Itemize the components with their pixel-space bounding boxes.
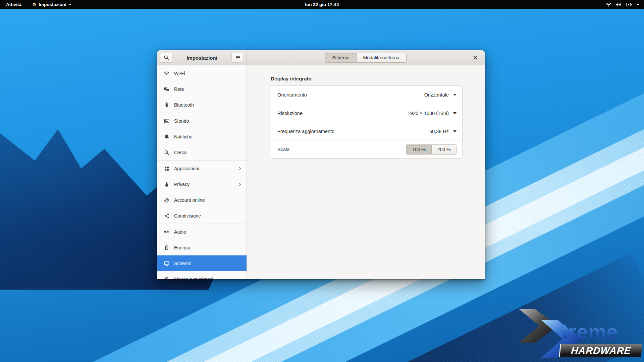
bluetooth-icon [164,102,169,108]
sidebar-item-wifi[interactable]: Wi-Fi [157,65,247,81]
hamburger-icon [235,56,240,60]
row-frequenza[interactable]: Frequenza aggiornamento 60,38 Hz [271,122,462,140]
refresh-rate-value: 60,38 Hz [429,129,449,134]
sidebar-item-account-online[interactable]: @ Account online [157,192,247,208]
sidebar-item-rete[interactable]: Rete [157,81,247,97]
desktop: treme HARDWARE Attività ⚙ Impostazioni l… [0,0,644,362]
display-settings-list: Orientamento Orizzontale Risoluzione 192… [271,85,463,159]
battery-status-icon [626,2,632,7]
section-title: Display integrato [271,76,485,81]
xtreme-hardware-watermark: treme HARDWARE [516,303,644,362]
speaker-icon [164,229,169,235]
gnome-top-bar: Attività ⚙ Impostazioni lun 22 giu 17:44 [0,0,644,9]
at-icon: @ [164,197,169,203]
chevron-right-icon [238,167,242,171]
sidebar-item-notifiche[interactable]: Notifiche [157,129,247,144]
clock[interactable]: lun 22 giu 17:44 [0,2,644,7]
scale-100-button[interactable]: 100 % [406,144,431,155]
settings-sidebar: Wi-Fi Rete Bluetooth Sfondo [157,65,247,279]
monitor-icon [164,260,169,266]
mouse-icon [164,276,169,279]
battery-icon [164,245,169,250]
tab-schermi[interactable]: Schermi [325,53,356,63]
sidebar-item-cerca[interactable]: Cerca [157,144,247,160]
bell-icon [164,134,169,139]
logo-hardware-banner: HARDWARE [559,344,642,357]
sidebar-item-condivisione[interactable]: Condivisione [157,208,247,224]
scale-200-button[interactable]: 200 % [431,144,457,155]
menu-button[interactable] [231,53,244,63]
share-icon [164,213,169,219]
close-button[interactable] [469,50,481,65]
sidebar-item-audio[interactable]: Audio [157,224,247,240]
wifi-icon [164,70,169,76]
sidebar-item-privacy[interactable]: Privacy [157,176,247,192]
headerbar-sidebar-section: Impostazioni [157,50,247,65]
dropdown-caret-icon [453,112,457,114]
search-button[interactable] [160,53,172,63]
close-icon [473,55,478,60]
view-switcher: Schermi Modalità notturna [325,53,407,63]
headerbar: Impostazioni Schermi Modalità notturna [157,50,485,65]
sidebar-item-sfondo[interactable]: Sfondo [157,113,247,129]
background-icon [164,118,169,124]
dropdown-caret-icon [453,94,457,96]
volume-status-icon [616,2,622,7]
scale-segmented-control: 100 % 200 % [406,144,457,155]
sidebar-item-applicazioni[interactable]: Applicazioni [157,161,247,176]
displays-panel: Display integrato Orientamento Orizzonta… [247,65,485,279]
settings-window: Impostazioni Schermi Modalità notturna [157,50,485,279]
network-icon [164,86,169,92]
hand-icon [164,181,169,187]
resolution-value: 644 × 362 (16:9) [408,111,449,116]
chevron-right-icon [238,182,242,186]
window-title: Impostazioni [172,55,231,61]
logo-treme-text: treme [561,320,618,343]
row-orientamento[interactable]: Orientamento Orizzontale [271,86,462,104]
dropdown-caret-icon [453,130,457,132]
magnifier-icon [164,149,169,155]
orientation-value: Orizzontale [424,92,449,98]
sidebar-item-mouse-touchpad[interactable]: Mouse e touchpad [157,271,247,279]
chevron-down-icon [637,4,639,5]
wifi-status-icon [606,2,611,7]
row-scala: Scala 100 % 200 % [271,140,462,158]
sidebar-item-energia[interactable]: Energia [157,240,247,255]
headerbar-main-section: Schermi Modalità notturna [247,50,485,65]
sidebar-item-schermi[interactable]: Schermi [157,255,247,271]
row-risoluzione[interactable]: Risoluzione 644 × 362 (16:9) [271,104,462,122]
apps-grid-icon [164,166,169,171]
search-icon [164,55,169,60]
tab-modalita-notturna[interactable]: Modalità notturna [356,53,407,63]
sidebar-item-bluetooth[interactable]: Bluetooth [157,97,247,113]
system-status-area[interactable] [606,0,644,9]
